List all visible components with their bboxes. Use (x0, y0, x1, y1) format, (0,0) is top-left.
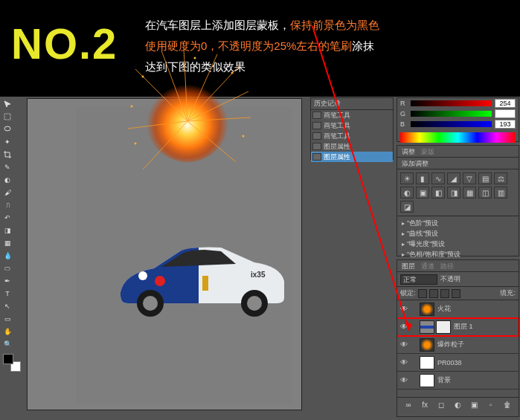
stamp-tool[interactable]: ⎍ (3, 199, 12, 211)
foreground-color[interactable] (3, 354, 13, 364)
shape-tool[interactable]: ▭ (3, 313, 12, 325)
preset-item[interactable]: "曲线"预设 (399, 228, 517, 239)
history-header[interactable]: 历史记录 (311, 98, 393, 110)
dodge-tool[interactable]: ⬭ (3, 262, 12, 274)
brush-tool[interactable]: 🖌 (3, 187, 12, 198)
invert-icon[interactable]: ◨ (447, 187, 460, 198)
document-canvas[interactable]: ix35 (27, 98, 302, 410)
b-value[interactable]: 193 (495, 120, 516, 129)
history-item-selected[interactable]: 图层属性 (311, 152, 393, 162)
layer-name[interactable]: PR0038 (436, 359, 517, 366)
svg-point-24 (247, 296, 262, 311)
layer-mask-thumbnail[interactable] (436, 320, 451, 334)
history-brush-tool[interactable]: ↶ (3, 212, 12, 224)
history-item[interactable]: 画笔工具 (311, 131, 393, 141)
blur-tool[interactable]: 💧 (3, 250, 12, 262)
lock-transparency-icon[interactable] (418, 289, 427, 298)
tab-layers[interactable]: 图层 (402, 262, 415, 270)
fx-icon[interactable]: fx (420, 400, 430, 410)
tab-masks[interactable]: 蒙版 (421, 148, 434, 155)
lock-position-icon[interactable] (440, 289, 449, 298)
brightness-icon[interactable]: ☀ (400, 172, 414, 184)
curves-icon[interactable]: ∿ (431, 172, 445, 184)
eraser-tool[interactable]: ◨ (3, 224, 12, 236)
layer-name[interactable]: 爆炸粒子 (436, 340, 517, 349)
channel-mixer-icon[interactable]: ◧ (431, 187, 445, 198)
adjustment-layer-icon[interactable]: ◐ (452, 400, 463, 410)
crop-tool[interactable] (3, 149, 12, 161)
layer-thumbnail[interactable] (420, 374, 434, 387)
visibility-icon[interactable]: 👁 (399, 375, 409, 386)
g-value[interactable] (495, 109, 516, 118)
path-tool[interactable]: ↖ (3, 300, 12, 312)
heal-tool[interactable]: ◐ (3, 174, 12, 186)
car-graphic: ix35 (109, 240, 292, 329)
layer-name[interactable]: 火花 (436, 304, 517, 314)
layer-row[interactable]: 👁 PR0038 (397, 354, 519, 372)
b-slider[interactable] (411, 121, 492, 127)
posterize-icon[interactable]: ▦ (463, 187, 476, 198)
g-slider[interactable] (411, 111, 492, 117)
threshold-icon[interactable]: ◫ (478, 187, 492, 198)
r-slider[interactable] (411, 100, 492, 106)
move-tool[interactable] (3, 98, 12, 110)
levels-icon[interactable]: ▮ (416, 172, 429, 184)
layer-row[interactable]: 👁 爆炸粒子 (397, 336, 519, 354)
selective-color-icon[interactable]: ◪ (400, 201, 414, 213)
layer-thumbnail[interactable] (420, 356, 434, 369)
tab-adjustments[interactable]: 调整 (402, 148, 415, 155)
photo-filter-icon[interactable]: ▣ (416, 187, 429, 198)
visibility-icon[interactable]: 👁 (399, 340, 409, 350)
wand-tool[interactable]: ✦ (3, 136, 12, 148)
blend-mode-select[interactable]: 正常 (400, 274, 437, 285)
text-tool[interactable]: T (3, 288, 12, 300)
preset-item[interactable]: "曝光度"预设 (399, 239, 517, 249)
gradient-map-icon[interactable]: ▥ (494, 187, 507, 198)
preset-item[interactable]: "色阶"预设 (399, 218, 517, 228)
layer-name[interactable]: 背景 (436, 375, 517, 385)
layer-thumbnail[interactable] (420, 338, 434, 352)
trash-icon[interactable]: 🗑 (502, 400, 513, 410)
lock-pixels-icon[interactable] (429, 289, 438, 298)
vibrance-icon[interactable]: ▽ (463, 172, 476, 184)
history-item[interactable]: 画笔工具 (311, 120, 393, 131)
visibility-icon[interactable]: 👁 (399, 358, 409, 368)
hand-tool[interactable]: ✋ (3, 326, 12, 337)
brush-icon (312, 122, 321, 129)
tutorial-header: NO.2 在汽车图层上添加图层蒙板，保持前景色为黑色 使用硬度为0，不透明度为2… (0, 0, 520, 97)
layer-row-highlighted[interactable]: 👁 图层 1 (397, 318, 519, 336)
mask-icon[interactable]: ◻ (436, 400, 446, 410)
visibility-icon[interactable]: 👁 (399, 322, 409, 332)
color-spectrum[interactable] (400, 132, 516, 143)
hue-icon[interactable]: ▤ (478, 172, 492, 184)
layer-controls: 正常 不透明 (397, 272, 519, 287)
color-swatches[interactable] (3, 354, 21, 372)
layer-row[interactable]: 👁 背景 (397, 372, 519, 390)
eyedropper-tool[interactable]: ✎ (3, 161, 12, 173)
visibility-icon[interactable]: 👁 (399, 304, 409, 314)
tab-paths[interactable]: 路径 (440, 262, 454, 270)
layer-row[interactable]: 👁 火花 (397, 300, 519, 318)
new-layer-icon[interactable]: ▫ (486, 400, 496, 410)
layer-name[interactable]: 图层 1 (452, 322, 517, 332)
lasso-tool[interactable] (3, 123, 12, 135)
tab-channels[interactable]: 通道 (421, 262, 434, 270)
r-value[interactable]: 254 (495, 99, 516, 108)
history-item[interactable]: 画笔工具 (311, 110, 393, 120)
zoom-tool[interactable]: 🔍 (3, 338, 12, 350)
marquee-tool[interactable] (3, 111, 12, 123)
exposure-icon[interactable]: ◢ (447, 172, 460, 184)
preset-item[interactable]: "色相/饱和度"预设 (399, 249, 517, 259)
gradient-tool[interactable]: ▦ (3, 237, 12, 249)
pen-tool[interactable]: ✒ (3, 275, 12, 287)
bw-icon[interactable]: ◐ (400, 187, 414, 198)
link-icon[interactable]: ∞ (403, 400, 414, 410)
colorbalance-icon[interactable]: ⚖ (494, 172, 507, 184)
lock-all-icon[interactable] (452, 289, 460, 298)
history-label: 画笔工具 (324, 121, 350, 131)
lock-label: 锁定: (400, 288, 416, 298)
group-icon[interactable]: ▣ (469, 400, 480, 410)
layer-thumbnail[interactable] (420, 303, 434, 316)
history-item[interactable]: 图层属性 (311, 141, 393, 152)
layer-thumbnail[interactable] (420, 320, 434, 334)
